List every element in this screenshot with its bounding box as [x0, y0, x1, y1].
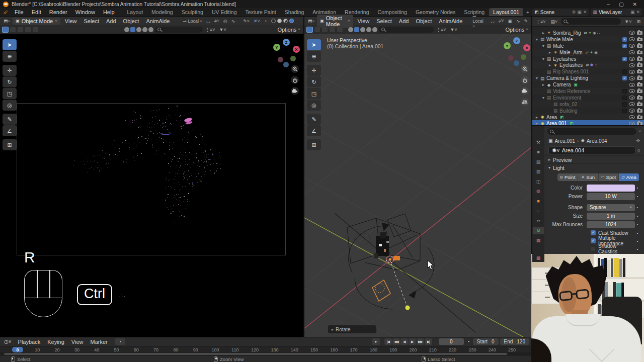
hide-eye-icon[interactable] — [629, 44, 635, 48]
pin-icon[interactable]: ✜ — [636, 138, 640, 143]
menu-view[interactable]: View — [61, 18, 80, 25]
axis-y-ball[interactable]: Y — [273, 44, 280, 51]
shading-mode-switch[interactable] — [271, 19, 294, 23]
expand-icon[interactable]: ► — [541, 31, 546, 35]
checkbox-unchecked[interactable] — [622, 109, 627, 113]
select-subtract-icon[interactable] — [17, 27, 24, 33]
select-intersect-icon[interactable] — [337, 27, 343, 33]
falloff-curve-icon[interactable]: ∿ — [230, 19, 237, 24]
orientation-icon[interactable]: ⊸ Local ˅ — [471, 14, 488, 29]
texture-properties-tab[interactable]: ▦ — [532, 254, 544, 262]
editor-type-icon[interactable]: ◷˅ — [2, 339, 14, 344]
snap-target-icons[interactable] — [124, 27, 153, 32]
outliner-item-sombra-rig[interactable]: ►✶Sombra_Rig⇄✦◉∴ — [532, 30, 644, 36]
animation-icon[interactable]: ⇄ — [584, 31, 588, 35]
collapse-icon[interactable]: ▼ — [534, 76, 539, 80]
annotate-tool-button[interactable]: ✎ — [307, 114, 321, 125]
select-mode-buttons[interactable] — [2, 27, 39, 33]
outliner-item-sofa-02[interactable]: ▤sofa_02 — [532, 101, 644, 108]
scale-tool-button[interactable]: ◳ — [3, 88, 17, 99]
checkbox-checked[interactable]: ✓ — [622, 57, 627, 61]
properties-search-input[interactable] — [547, 128, 636, 135]
checkbox-checked[interactable]: ✓ — [591, 238, 596, 243]
object-properties-tab[interactable]: ■ — [533, 197, 544, 205]
hide-eye-icon[interactable] — [629, 57, 635, 61]
filter-funnel-icon[interactable]: ▼˅ — [218, 27, 228, 32]
checkbox-unchecked[interactable] — [622, 102, 627, 107]
sphere-icon[interactable] — [360, 27, 365, 32]
disable-render-icon[interactable] — [637, 31, 642, 35]
animate-dot[interactable]: • — [635, 247, 640, 251]
select-mode-buttons[interactable] — [306, 27, 343, 33]
move-tool-button[interactable]: ✛ — [3, 65, 17, 76]
sphere-icon[interactable] — [366, 27, 371, 32]
axis-y-ball[interactable]: Y — [504, 42, 511, 49]
blender-menu-icon[interactable]: 🜚 — [0, 9, 11, 15]
options-button[interactable]: Options˅ — [505, 27, 529, 33]
mode-dropdown[interactable]: ▣Object Mode˅ — [317, 15, 353, 28]
disable-render-icon[interactable] — [637, 116, 642, 119]
close-button[interactable]: ✕ — [633, 2, 637, 7]
menu-keying[interactable]: Keying — [44, 338, 68, 345]
checkbox-unchecked[interactable] — [622, 89, 627, 94]
editor-type-icon[interactable]: ⬒˅ — [2, 19, 12, 24]
proportional-edit-icon[interactable]: ▣ — [506, 19, 514, 24]
outliner-item-eyelashes[interactable]: ▼▤Eyelashes✓ — [532, 56, 644, 62]
sphere-icon[interactable] — [142, 27, 147, 32]
measure-tool-button[interactable]: ∠ — [307, 125, 321, 136]
world-properties-tab[interactable]: ◍ — [533, 188, 544, 195]
outliner-item-environment[interactable]: ▼▤Environment — [532, 95, 644, 101]
animate-dot[interactable]: • — [635, 186, 640, 190]
view-layer-properties-tab[interactable]: ▥ — [533, 168, 544, 175]
tab-layout[interactable]: Layout — [123, 8, 147, 16]
viewlayer-selector[interactable]: ▥ ViewLayer ▣ ✕ — [591, 9, 642, 16]
animate-dot[interactable]: • — [635, 239, 640, 243]
stopwatch-icon[interactable]: ◔ — [465, 339, 471, 344]
disable-render-icon[interactable] — [637, 122, 642, 125]
navigation-gizmo[interactable]: ZXY — [501, 36, 531, 68]
hide-eye-icon[interactable] — [629, 37, 635, 41]
collapse-icon[interactable]: ▼ — [541, 44, 546, 48]
pose-icon[interactable]: ✦ — [588, 31, 592, 35]
light-type-sun-button[interactable]: ☀Sun — [578, 173, 599, 181]
hide-eye-icon[interactable] — [629, 50, 635, 54]
grid-view-icon[interactable] — [521, 98, 529, 106]
sphere-icon[interactable] — [124, 27, 129, 32]
sphere-icon[interactable] — [348, 27, 353, 32]
modifier-icon[interactable]: ✱ — [590, 63, 594, 67]
size-field[interactable]: 1 m — [587, 213, 635, 220]
texture-properties-tab[interactable]: ▦ — [533, 236, 544, 244]
outliner-item-area[interactable]: ►✺Area◩ — [532, 114, 644, 121]
menu-select[interactable]: Select — [373, 18, 395, 25]
jump-end-button[interactable]: ▶| — [425, 338, 432, 345]
menu-window[interactable]: Window — [72, 9, 99, 16]
select-set-icon[interactable] — [2, 27, 9, 33]
disable-render-icon[interactable] — [637, 57, 642, 61]
rotate-tool-button[interactable]: ↻ — [3, 76, 17, 87]
tree-display-icon[interactable]: ⋮≡˅ — [435, 27, 448, 32]
expand-icon[interactable]: ► — [547, 51, 552, 54]
pin-icon[interactable]: ✜ — [572, 10, 576, 15]
select-invert-icon[interactable] — [329, 27, 336, 33]
render-properties-tab[interactable]: ◙ — [533, 148, 544, 156]
pose-icon[interactable]: ✦ — [590, 50, 593, 55]
disable-render-icon[interactable] — [637, 51, 642, 54]
tool-properties-tab[interactable]: ⚒ — [533, 138, 544, 146]
hide-eye-icon[interactable] — [629, 89, 635, 93]
outliner-item-video-reference[interactable]: ▤Video Reference — [532, 88, 644, 95]
annotate-tool-button[interactable]: ✎ — [3, 114, 17, 125]
options-chevron-icon[interactable]: ˅ — [638, 129, 641, 134]
camera-view-icon[interactable] — [521, 87, 529, 95]
options-button[interactable]: Options˅ — [277, 27, 301, 33]
axis-negative-ball[interactable] — [290, 56, 296, 61]
prev-keyframe-button[interactable]: ◀◀ — [392, 338, 400, 345]
tool-search-input[interactable] — [378, 27, 434, 33]
outliner-item-building[interactable]: ▤Building — [532, 108, 644, 114]
shape-dropdown[interactable]: Square˅ — [587, 204, 635, 211]
menu-view[interactable]: View — [68, 338, 87, 345]
light-type-point-button[interactable]: ⊙Point — [557, 173, 578, 181]
hide-eye-icon[interactable] — [629, 102, 635, 106]
hide-eye-icon[interactable] — [629, 70, 635, 74]
object-data-properties-tab[interactable]: ⊚ — [533, 227, 544, 234]
tab-compositing[interactable]: Compositing — [374, 8, 411, 16]
